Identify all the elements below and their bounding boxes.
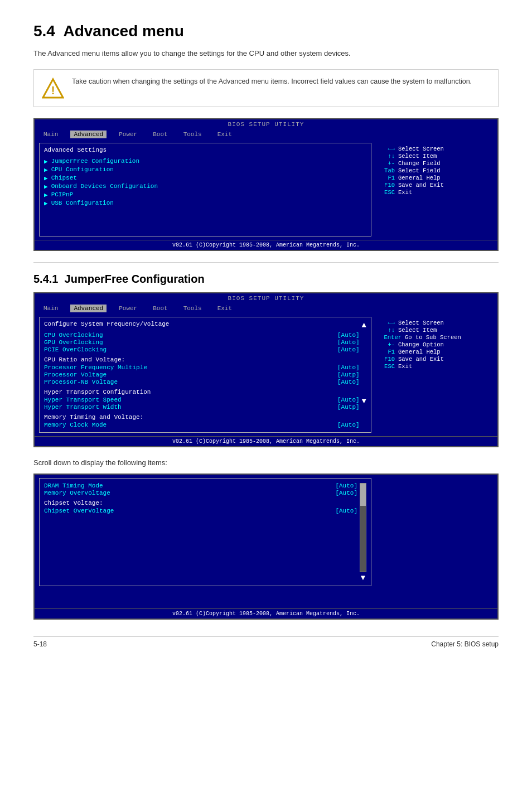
bios-help-key-esc: ESC xyxy=(379,189,395,196)
bios-help-row-5: F1 General Help xyxy=(379,175,490,181)
bios-help-change-field: Change Field xyxy=(398,160,441,167)
section-number: 5.4 xyxy=(33,22,55,40)
subsection-title: 5.4.1 JumperFree Configuration xyxy=(33,273,499,286)
bios-body-1: Advanced Settings ▶JumperFree Configurat… xyxy=(35,139,497,240)
caution-icon: ! xyxy=(42,78,64,100)
bios2-help-row-2: ↑↓ Select Item xyxy=(379,327,490,334)
bios-screen-1: BIOS SETUP UTILITY Main Advanced Power B… xyxy=(33,118,499,251)
bios3-setting-mem-overvolt[interactable]: Memory OverVoltage [Auto] xyxy=(44,490,357,496)
bios-body-2: Configure System Frequency/Voltage CPU O… xyxy=(35,313,497,436)
bios-help-key-pm: +- xyxy=(379,160,395,167)
scroll-up-arrow[interactable]: ▲ xyxy=(362,321,366,330)
bios-left-panel-1: Advanced Settings ▶JumperFree Configurat… xyxy=(39,143,371,236)
bios2-setting-proc-volt[interactable]: Processor Voltage [Autp] xyxy=(44,371,360,378)
bios-entry-jumperfree[interactable]: ▶JumperFree Configuration xyxy=(44,158,366,165)
bios2-setting-ht-speed[interactable]: Hyper Transport Speed [Auto] xyxy=(44,397,360,403)
bios2-menu-exit[interactable]: Exit xyxy=(214,305,235,312)
caution-box: ! Take caution when changing the setting… xyxy=(33,69,499,107)
bios-help-key-tab: Tab xyxy=(379,167,395,174)
bios-footer-2: v02.61 (C)Copyright 1985-2008, American … xyxy=(35,436,497,446)
bios-right-panel-3 xyxy=(376,478,493,578)
bios2-help-key-pm: +- xyxy=(379,341,395,348)
svg-text:!: ! xyxy=(51,84,55,96)
bios-entry-chipset[interactable]: ▶Chipset xyxy=(44,175,366,182)
bios2-menu-boot[interactable]: Boot xyxy=(149,305,171,312)
bios-help-row-3: +- Change Field xyxy=(379,160,490,167)
bios-menu-main[interactable]: Main xyxy=(40,131,61,138)
bios3-setting-dram[interactable]: DRAM Timing Mode [Auto] xyxy=(44,482,357,489)
bios-help-exit: Exit xyxy=(398,189,412,196)
bios-footer-3: v02.61 (C)Copyright 1985-2008, American … xyxy=(35,608,497,619)
bios-menu-bar-2: Main Advanced Power Boot Tools Exit xyxy=(35,303,497,313)
bios3-subheader-chipset: Chipset Voltage: xyxy=(44,500,357,506)
bios-entry-usb[interactable]: ▶USB Configuration xyxy=(44,200,366,207)
bios3-setting-chipset-ov[interactable]: Chipset OverVoltage [Auto] xyxy=(44,508,357,514)
bios-footer-1: v02.61 (C)Copyright 1985-2008, American … xyxy=(35,240,497,250)
bios-menu-tools[interactable]: Tools xyxy=(180,131,205,138)
subsection-number: 5.4.1 xyxy=(33,273,58,285)
bios2-menu-power[interactable]: Power xyxy=(115,305,141,312)
bios-left-panel-2: Configure System Frequency/Voltage CPU O… xyxy=(39,317,371,433)
section-title: 5.4 Advanced menu xyxy=(33,22,499,40)
bios2-help-row-1: ←→ Select Screen xyxy=(379,320,490,326)
bios2-section-header: Configure System Frequency/Voltage xyxy=(44,321,360,327)
bios-section-header-1: Advanced Settings xyxy=(44,147,366,153)
bios2-setting-cpu-oc[interactable]: CPU OverClocking [Auto] xyxy=(44,332,360,339)
bios-help-save-exit: Save and Exit xyxy=(398,182,444,189)
bios2-setting-gpu-oc[interactable]: GPU OverClocking [Auto] xyxy=(44,339,360,346)
bios-menu-power[interactable]: Power xyxy=(115,131,141,138)
chapter-label: Chapter 5: BIOS setup xyxy=(431,640,499,648)
bios2-menu-tools[interactable]: Tools xyxy=(180,305,205,312)
bios3-scrollbar xyxy=(360,483,366,572)
bios2-menu-main[interactable]: Main xyxy=(40,305,61,312)
bios2-help-row-4: +- Change Option xyxy=(379,341,490,348)
page-number: 5-18 xyxy=(33,640,47,648)
bios-entry-cpu-config[interactable]: ▶CPU Configuration xyxy=(44,166,366,173)
bios-menu-exit[interactable]: Exit xyxy=(214,131,235,138)
bios-right-panel-1: ←→ Select Screen ↑↓ Select Item +- Chang… xyxy=(376,143,493,236)
section-title-text: Advanced menu xyxy=(63,22,183,40)
bios2-help-key-ud: ↑↓ xyxy=(379,327,395,334)
bios-help-select-field: Select Field xyxy=(398,167,441,174)
bios-help-select-item: Select Item xyxy=(398,153,437,160)
bios2-setting-proc-nb-volt[interactable]: Processor-NB Voltage [Auto] xyxy=(44,379,360,385)
bios-entry-pciipnp[interactable]: ▶PCIPnP xyxy=(44,191,366,199)
scroll-down-arrow[interactable]: ▼ xyxy=(362,397,366,405)
bios-menu-advanced[interactable]: Advanced xyxy=(70,131,107,138)
bios-left-panel-3: DRAM Timing Mode [Auto] Memory OverVolta… xyxy=(39,478,371,586)
bios-help-row-6: F10 Save and Exit xyxy=(379,182,490,189)
page-footer: 5-18 Chapter 5: BIOS setup xyxy=(33,636,499,648)
bios-title-bar-1: BIOS SETUP UTILITY xyxy=(35,119,497,129)
bios-help-key-ud: ↑↓ xyxy=(379,153,395,160)
bios2-setting-pcie-oc[interactable]: PCIE OverClocking [Auto] xyxy=(44,346,360,353)
bios-help-row-7: ESC Exit xyxy=(379,189,490,196)
bios2-menu-advanced[interactable]: Advanced xyxy=(70,305,107,312)
bios2-subheader-ht: Hyper Transport Configuration xyxy=(44,389,360,395)
bios2-setting-proc-freq[interactable]: Processor Frequency Multiple [Auto] xyxy=(44,364,360,371)
bios-menu-bar-1: Main Advanced Power Boot Tools Exit xyxy=(35,129,497,139)
bios2-help-select-screen: Select Screen xyxy=(398,320,444,326)
bios2-help-key-enter: Enter xyxy=(379,334,402,341)
section-divider xyxy=(33,262,499,263)
bios2-help-row-6: F10 Save and Exit xyxy=(379,356,490,363)
bios2-help-key-esc: ESC xyxy=(379,363,395,370)
bios-right-panel-2: ←→ Select Screen ↑↓ Select Item Enter Go… xyxy=(376,317,493,373)
bios-help-row-4: Tab Select Field xyxy=(379,167,490,174)
bios2-help-key-lr: ←→ xyxy=(379,320,395,326)
bios2-help-row-7: ESC Exit xyxy=(379,363,490,370)
bios-help-general-help: General Help xyxy=(398,175,441,181)
bios-help-row-2: ↑↓ Select Item xyxy=(379,153,490,160)
bios2-help-row-5: F1 General Help xyxy=(379,349,490,355)
bios-body-3: DRAM Timing Mode [Auto] Memory OverVolta… xyxy=(35,475,497,608)
bios-entry-onboard[interactable]: ▶Onboard Devices Configuration xyxy=(44,183,366,190)
bios2-setting-ht-width[interactable]: Hyper Transport Width [Autp] xyxy=(44,404,360,410)
bios-screen-3: DRAM Timing Mode [Auto] Memory OverVolta… xyxy=(33,474,499,620)
bios2-help-key-f1: F1 xyxy=(379,349,395,355)
bios2-setting-mem-clock[interactable]: Memory Clock Mode [Auto] xyxy=(44,422,360,428)
caution-text: Take caution when changing the settings … xyxy=(72,76,472,87)
bios-title-bar-2: BIOS SETUP UTILITY xyxy=(35,293,497,303)
bios-help-select-screen: Select Screen xyxy=(398,146,444,152)
bios-menu-boot[interactable]: Boot xyxy=(149,131,171,138)
bios2-help-exit: Exit xyxy=(398,363,412,370)
bios3-scroll-down-arrow[interactable]: ▼ xyxy=(360,573,366,582)
